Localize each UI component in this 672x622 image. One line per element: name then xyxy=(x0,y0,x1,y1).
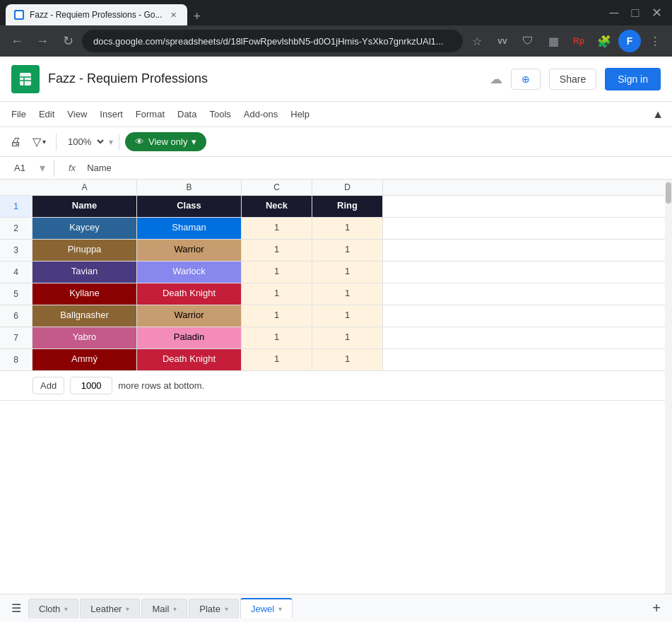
cell-b3[interactable]: Warrior xyxy=(137,240,242,261)
cell-b2[interactable]: Shaman xyxy=(137,218,242,239)
col-header-d[interactable]: D xyxy=(312,180,383,195)
back-button[interactable]: ← xyxy=(6,30,28,52)
row-num-7[interactable]: 7 xyxy=(0,327,33,348)
cell-b7[interactable]: Paladin xyxy=(137,327,242,348)
new-tab-button[interactable]: + xyxy=(187,7,206,25)
add-rows-text: more rows at bottom. xyxy=(118,380,204,391)
bookmark-button[interactable]: ☆ xyxy=(466,30,488,52)
col-header-b[interactable]: B xyxy=(137,180,242,195)
cell-c4[interactable]: 1 xyxy=(242,262,312,283)
cell-d3[interactable]: 1 xyxy=(312,240,383,261)
menu-addons[interactable]: Add-ons xyxy=(238,106,283,122)
reload-button[interactable]: ↻ xyxy=(57,30,79,52)
row-num-1[interactable]: 1 xyxy=(0,196,33,217)
menu-insert[interactable]: Insert xyxy=(94,106,129,122)
sheet-tab-leather[interactable]: Leather ▾ xyxy=(80,599,140,618)
cell-d6[interactable]: 1 xyxy=(312,305,383,327)
forward-button[interactable]: → xyxy=(31,30,54,52)
active-tab[interactable]: Fazz - Requiem Professions - Go... ✕ xyxy=(6,4,187,25)
row-num-2[interactable]: 2 xyxy=(0,218,33,239)
row-num-6[interactable]: 6 xyxy=(0,305,33,327)
cell-c3[interactable]: 1 xyxy=(242,240,312,261)
extension-grid[interactable]: ▦ xyxy=(542,30,565,52)
collapse-button[interactable]: ▲ xyxy=(649,105,666,124)
menu-button[interactable]: ⋮ xyxy=(644,30,666,52)
profile-icon[interactable]: F xyxy=(618,30,641,52)
cloud-icon: ☁ xyxy=(490,71,502,87)
vertical-scrollbar[interactable] xyxy=(665,180,672,594)
tab-close-button[interactable]: ✕ xyxy=(167,9,179,20)
cell-a6[interactable]: Ballgnasher xyxy=(33,305,137,327)
cell-a8[interactable]: Ammý xyxy=(33,349,137,370)
cell-b6[interactable]: Warrior xyxy=(137,305,242,327)
cell-d2[interactable]: 1 xyxy=(312,218,383,239)
cell-b1[interactable]: Class xyxy=(137,196,242,217)
cell-a3[interactable]: Pinuppa xyxy=(33,240,137,261)
close-button[interactable]: ✕ xyxy=(647,3,666,23)
zoom-select[interactable]: 100% 75% 125% xyxy=(62,134,106,149)
cell-d4[interactable]: 1 xyxy=(312,262,383,283)
add-sheet-button[interactable]: + xyxy=(647,597,666,619)
extension-shield[interactable]: 🛡 xyxy=(517,30,539,52)
zoom-dropdown-icon[interactable]: ▾ xyxy=(109,137,113,147)
sheet-tab-cloth[interactable]: Cloth ▾ xyxy=(28,599,78,618)
plate-tab-arrow[interactable]: ▾ xyxy=(225,605,228,613)
col-header-c[interactable]: C xyxy=(242,180,312,195)
cell-a2[interactable]: Kaycey xyxy=(33,218,137,239)
cell-a4[interactable]: Tavian xyxy=(33,262,137,283)
cell-d7[interactable]: 1 xyxy=(312,327,383,348)
extensions-button[interactable]: 🧩 xyxy=(593,30,615,52)
toolbar-separator-1 xyxy=(56,134,57,151)
cell-c2[interactable]: 1 xyxy=(242,218,312,239)
row-num-8[interactable]: 8 xyxy=(0,349,33,370)
row-num-3[interactable]: 3 xyxy=(0,240,33,261)
cell-a5[interactable]: Kyllane xyxy=(33,283,137,305)
cell-reference[interactable]: A1 xyxy=(6,163,34,173)
col-header-a[interactable]: A xyxy=(33,180,137,195)
row-num-5[interactable]: 5 xyxy=(0,283,33,305)
cell-c6[interactable]: 1 xyxy=(242,305,312,327)
sheet-tab-plate[interactable]: Plate ▾ xyxy=(189,599,239,618)
view-only-button[interactable]: 👁 View only ▾ xyxy=(125,132,206,151)
share-button[interactable]: Share xyxy=(549,69,596,90)
extension-rp[interactable]: Rp xyxy=(567,30,590,52)
maximize-button[interactable]: □ xyxy=(625,3,645,23)
menu-view[interactable]: View xyxy=(61,106,93,122)
cell-c5[interactable]: 1 xyxy=(242,283,312,305)
cell-d5[interactable]: 1 xyxy=(312,283,383,305)
cell-b8[interactable]: Death Knight xyxy=(137,349,242,370)
print-button[interactable]: 🖨 xyxy=(6,133,25,151)
cell-d8[interactable]: 1 xyxy=(312,349,383,370)
jewel-tab-arrow[interactable]: ▾ xyxy=(278,605,282,613)
sheet-tab-mail[interactable]: Mail ▾ xyxy=(141,599,187,618)
cell-c1[interactable]: Neck xyxy=(242,196,312,217)
sheets-menu-button[interactable]: ☰ xyxy=(6,599,27,618)
row-num-4[interactable]: 4 xyxy=(0,262,33,283)
menu-format[interactable]: Format xyxy=(130,106,170,122)
mail-tab-arrow[interactable]: ▾ xyxy=(173,605,177,613)
cell-c7[interactable]: 1 xyxy=(242,327,312,348)
scrollbar-thumb[interactable] xyxy=(666,182,671,204)
add-rows-button[interactable]: Add xyxy=(33,377,64,394)
sheet-tab-jewel[interactable]: Jewel ▾ xyxy=(240,598,293,618)
menu-help[interactable]: Help xyxy=(285,106,315,122)
cell-d1[interactable]: Ring xyxy=(312,196,383,217)
minimize-button[interactable]: ─ xyxy=(604,3,624,23)
menu-file[interactable]: File xyxy=(6,106,32,122)
signin-button[interactable]: Sign in xyxy=(605,68,661,90)
cell-b4[interactable]: Warlock xyxy=(137,262,242,283)
menu-data[interactable]: Data xyxy=(172,106,202,122)
cell-c8[interactable]: 1 xyxy=(242,349,312,370)
menu-edit[interactable]: Edit xyxy=(33,106,60,122)
leather-tab-arrow[interactable]: ▾ xyxy=(126,605,129,613)
add-rows-input[interactable] xyxy=(70,377,112,394)
cell-a7[interactable]: Yabro xyxy=(33,327,137,348)
cell-a1[interactable]: Name xyxy=(33,196,137,217)
add-button[interactable]: ⊕ xyxy=(511,69,541,90)
menu-tools[interactable]: Tools xyxy=(204,106,236,122)
cell-b5[interactable]: Death Knight xyxy=(137,283,242,305)
extension-vv[interactable]: vv xyxy=(491,30,514,52)
cloth-tab-arrow[interactable]: ▾ xyxy=(64,605,68,613)
address-input[interactable] xyxy=(82,30,463,52)
filter-button[interactable]: ▽ ▾ xyxy=(28,132,50,151)
